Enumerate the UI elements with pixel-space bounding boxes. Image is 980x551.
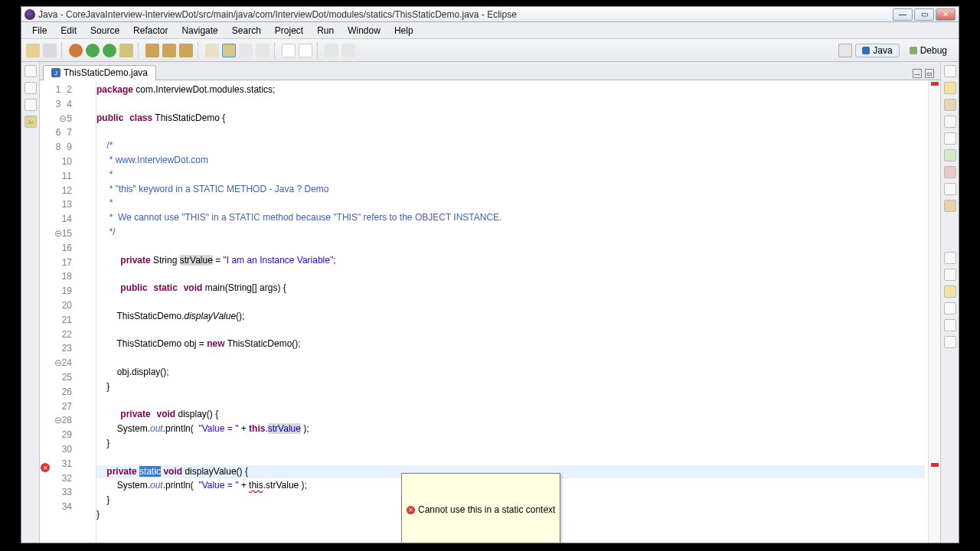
main-area: Ju J ThisStaticDemo.java — ▭ ✕ 1 2 3 4 ⊖… [21,62,959,543]
titlebar[interactable]: Java - CoreJavaInterview-InterviewDot/sr… [21,7,959,22]
forward-icon[interactable] [299,44,312,57]
new-icon[interactable] [26,44,40,57]
view3-icon[interactable] [944,116,956,128]
back-icon[interactable] [282,44,296,57]
menu-refactor[interactable]: Refactor [127,24,174,37]
menu-window[interactable]: Window [341,24,387,37]
java-perspective-label: Java [873,45,892,56]
tooltip-message: Cannot use this in a static context [418,504,555,517]
menubar[interactable]: File Edit Source Refactor Navigate Searc… [21,22,959,39]
view5-icon[interactable] [944,149,956,161]
open-perspective-icon[interactable] [838,44,852,57]
open-type-icon[interactable] [205,44,219,57]
maximize-editor-icon[interactable]: ▭ [925,69,934,78]
error-marker-icon[interactable]: ✕ [41,463,50,472]
right-trim[interactable] [940,62,959,543]
ext-tools-icon[interactable] [119,44,133,57]
java-perspective-button[interactable]: Java [855,44,899,57]
view8-icon[interactable] [944,200,956,212]
console-icon[interactable] [944,319,956,331]
eclipse-icon [24,9,35,20]
line-numbers: 1 2 3 4 ⊖5 6 7 8 9 10 11 12 13 14 ⊖15 16… [51,80,77,543]
declaration-icon[interactable] [944,302,956,315]
restore-view-icon[interactable] [24,65,37,77]
tab-label: ThisStaticDemo.java [64,67,148,78]
toolbar[interactable]: Java Debug [21,39,959,62]
save-icon[interactable] [43,44,57,57]
debug-icon[interactable] [69,44,83,57]
menu-search[interactable]: Search [226,24,267,37]
run-icon[interactable] [86,44,100,57]
package-explorer-icon[interactable] [24,82,37,94]
restore-right-icon[interactable] [944,65,956,77]
menu-edit[interactable]: Edit [54,24,83,37]
annotation-icon[interactable] [239,44,253,57]
new-package-icon[interactable] [145,44,159,57]
code-area[interactable]: ✕ 1 2 3 4 ⊖5 6 7 8 9 10 11 12 13 14 ⊖15 … [40,80,940,543]
java-file-icon: J [51,68,60,77]
editor-tabs[interactable]: J ThisStaticDemo.java — ▭ [40,62,940,80]
menu-run[interactable]: Run [311,24,340,37]
editor: J ThisStaticDemo.java — ▭ ✕ 1 2 3 4 ⊖5 6… [40,62,940,543]
javadoc-icon[interactable] [944,285,956,298]
new-class-icon[interactable] [162,44,176,57]
view6-icon[interactable] [944,166,956,178]
overview-error-top[interactable] [931,82,939,86]
overview-ruler[interactable] [928,80,940,543]
debug-perspective-button[interactable]: Debug [903,44,954,57]
eclipse-window: Java - CoreJavaInterview-InterviewDot/sr… [21,6,959,543]
new-folder-icon[interactable] [179,44,193,57]
tasklist-icon[interactable] [944,82,956,94]
junit-icon[interactable]: Ju [24,116,37,128]
search-icon[interactable] [222,44,236,57]
close-button[interactable]: ✕ [936,8,956,21]
left-trim[interactable]: Ju [21,62,40,543]
nav2-icon[interactable] [341,44,355,57]
minimize-button[interactable]: — [893,8,913,21]
menu-file[interactable]: File [26,24,53,37]
maximize-button[interactable]: ▭ [914,8,934,21]
view7-icon[interactable] [944,183,956,195]
nav-icon[interactable] [325,44,338,57]
task-icon[interactable] [256,44,270,57]
problems-icon[interactable] [944,269,956,281]
run-last-icon[interactable] [103,44,116,57]
java-icon [862,47,870,54]
folding-ruler[interactable] [77,80,96,543]
menu-help[interactable]: Help [388,24,420,37]
overview-error[interactable] [931,463,939,467]
servers-icon[interactable] [944,336,956,348]
view4-icon[interactable] [944,132,956,145]
marker-column[interactable]: ✕ [40,80,51,543]
window-title: Java - CoreJavaInterview-InterviewDot/sr… [38,9,893,20]
hierarchy-icon[interactable] [24,99,37,111]
restore-bottom-icon[interactable] [944,252,956,264]
source-text[interactable]: package com.InterviewDot.modules.statics… [96,80,928,543]
debug-icon [910,47,917,54]
error-icon: ✕ [407,506,415,514]
minimize-editor-icon[interactable]: — [913,69,922,78]
menu-source[interactable]: Source [84,24,126,37]
outline-icon[interactable] [944,99,956,111]
menu-project[interactable]: Project [269,24,309,37]
debug-perspective-label: Debug [920,45,947,56]
menu-navigate[interactable]: Navigate [175,24,224,37]
file-tab[interactable]: J ThisStaticDemo.java [43,65,156,80]
error-tooltip: ✕ Cannot use this in a static context Pr… [401,473,560,543]
